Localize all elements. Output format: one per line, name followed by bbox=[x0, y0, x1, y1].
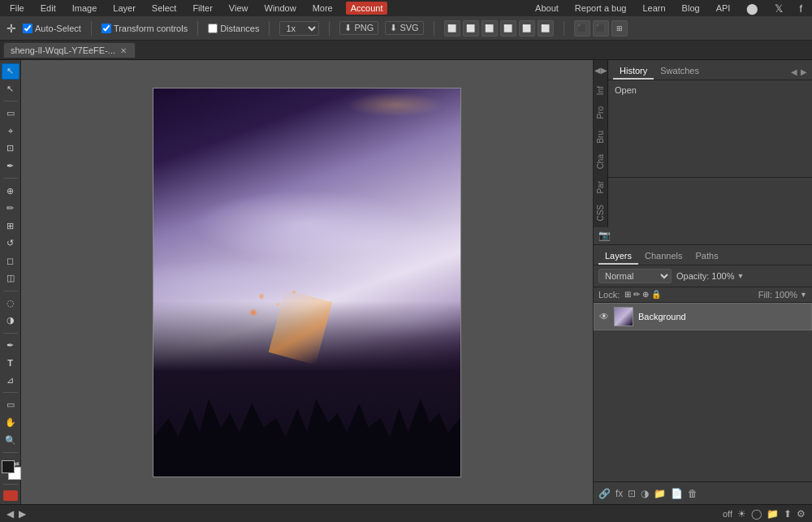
tab-close-button[interactable]: ✕ bbox=[120, 46, 127, 55]
pen-tool[interactable]: ✒ bbox=[2, 338, 19, 354]
history-tab[interactable]: History bbox=[613, 63, 654, 80]
history-brush-tool[interactable]: ↺ bbox=[2, 235, 19, 252]
menu-view[interactable]: View bbox=[226, 2, 252, 15]
menu-window[interactable]: Window bbox=[261, 2, 300, 15]
layer-group-icon[interactable]: 📁 bbox=[654, 488, 666, 499]
social-icon-circle[interactable]: ⬤ bbox=[743, 1, 762, 16]
paths-tab[interactable]: Paths bbox=[689, 248, 725, 265]
menu-api[interactable]: API bbox=[713, 2, 734, 15]
clone-tool[interactable]: ⊞ bbox=[2, 218, 19, 234]
brush-tool[interactable]: ✏ bbox=[2, 201, 19, 217]
eyedropper-tool[interactable]: ✒ bbox=[2, 158, 19, 175]
lasso-tool[interactable]: ⌖ bbox=[2, 123, 19, 140]
select-tool[interactable]: ↖ bbox=[2, 81, 19, 97]
status-icon-folder[interactable]: 📁 bbox=[767, 508, 779, 520]
align-left-icon[interactable]: ⬜ bbox=[444, 20, 460, 37]
status-zoom-off[interactable]: off bbox=[723, 509, 732, 519]
hand-tool[interactable]: ✋ bbox=[2, 415, 19, 431]
menu-file[interactable]: File bbox=[6, 2, 28, 15]
align-center-v-icon[interactable]: ⬜ bbox=[519, 20, 535, 37]
path-tool[interactable]: ⊿ bbox=[2, 373, 19, 389]
menu-account[interactable]: Account bbox=[346, 2, 388, 15]
layer-fx-icon[interactable]: fx bbox=[615, 488, 623, 499]
move-tool[interactable]: ↖ bbox=[2, 63, 19, 80]
social-icon-twitter[interactable]: 𝕏 bbox=[771, 1, 786, 16]
quick-mask-tool[interactable] bbox=[3, 490, 18, 501]
auto-select-checkbox[interactable] bbox=[23, 24, 32, 33]
lock-position-btn[interactable]: ✏ bbox=[633, 290, 640, 299]
canvas-area[interactable] bbox=[21, 60, 593, 504]
zoom-tool[interactable]: 🔍 bbox=[2, 432, 19, 448]
status-icon-circle[interactable]: ◯ bbox=[751, 508, 762, 520]
panel-collapse-icon[interactable]: ◀ bbox=[791, 67, 797, 76]
menu-edit[interactable]: Edit bbox=[37, 2, 59, 15]
layer-new-icon[interactable]: 📄 bbox=[671, 488, 683, 499]
align-center-h-icon[interactable]: ⬜ bbox=[463, 20, 479, 37]
layer-link-icon[interactable]: 🔗 bbox=[598, 488, 611, 499]
collapsed-inf[interactable]: Inf bbox=[596, 84, 605, 97]
eraser-tool[interactable]: ◻ bbox=[2, 253, 19, 270]
layers-tab[interactable]: Layers bbox=[598, 248, 638, 265]
fill-value[interactable]: 100% bbox=[775, 290, 797, 300]
channels-tab[interactable]: Channels bbox=[638, 248, 689, 265]
distances-checkbox[interactable] bbox=[208, 24, 218, 33]
menu-image[interactable]: Image bbox=[69, 2, 101, 15]
distribute-v-icon[interactable]: ⬛ bbox=[593, 20, 609, 37]
zoom-select[interactable]: 1x2x0.5x bbox=[279, 21, 319, 36]
dodge-tool[interactable]: ◑ bbox=[2, 313, 19, 329]
layer-adjust-icon[interactable]: ◑ bbox=[641, 488, 649, 499]
collapsed-par[interactable]: Par bbox=[596, 179, 605, 196]
foreground-color-box[interactable] bbox=[2, 460, 15, 473]
layer-mask-icon[interactable]: ⊡ bbox=[628, 488, 636, 499]
menu-more[interactable]: More bbox=[309, 2, 336, 15]
collapsed-cha[interactable]: Cha bbox=[596, 152, 605, 171]
collapsed-css[interactable]: CSS bbox=[596, 202, 605, 224]
align-bottom-icon[interactable]: ⬜ bbox=[538, 20, 554, 37]
blend-mode-select[interactable]: Normal MultiplyScreenOverlay bbox=[598, 269, 672, 283]
shape-tool[interactable]: ▭ bbox=[2, 397, 19, 413]
panel-arrow-icon[interactable]: ◀▶ bbox=[594, 63, 607, 77]
transform-controls-label[interactable]: Transform controls bbox=[102, 24, 188, 33]
transform-icon[interactable]: ⊞ bbox=[611, 20, 628, 37]
lock-artboards-btn[interactable]: ⊕ bbox=[642, 290, 649, 299]
crop-tool[interactable]: ⊡ bbox=[2, 140, 19, 157]
opacity-arrow[interactable]: ▼ bbox=[737, 272, 745, 280]
blur-tool[interactable]: ◌ bbox=[2, 296, 19, 312]
history-item-open[interactable]: Open bbox=[611, 84, 809, 97]
layer-delete-icon[interactable]: 🗑 bbox=[688, 488, 698, 499]
lock-pixels-btn[interactable]: ⊞ bbox=[624, 290, 631, 299]
auto-select-label[interactable]: Auto-Select bbox=[23, 24, 81, 33]
png-button[interactable]: ⬇ PNG bbox=[339, 21, 378, 35]
collapsed-pro[interactable]: Pro bbox=[596, 104, 605, 122]
opacity-value[interactable]: 100% bbox=[711, 271, 734, 281]
new-snapshot-icon[interactable]: 📷 bbox=[598, 230, 611, 241]
menu-layer[interactable]: Layer bbox=[110, 2, 139, 15]
document-tab[interactable]: sheng-lI-WqqL-Y7EeFE-... ✕ bbox=[3, 42, 136, 58]
distances-label[interactable]: Distances bbox=[208, 24, 259, 33]
type-tool[interactable]: T bbox=[2, 355, 19, 371]
gradient-tool[interactable]: ◫ bbox=[2, 270, 19, 287]
menu-blog[interactable]: Blog bbox=[679, 2, 703, 15]
swatches-tab[interactable]: Swatches bbox=[654, 63, 706, 80]
align-right-icon[interactable]: ⬜ bbox=[482, 20, 498, 37]
status-arrow-right[interactable]: ▶ bbox=[19, 508, 26, 520]
transform-controls-checkbox[interactable] bbox=[102, 24, 111, 33]
status-arrow-left[interactable]: ◀ bbox=[6, 508, 14, 520]
distribute-h-icon[interactable]: ⬛ bbox=[574, 20, 590, 37]
fill-arrow[interactable]: ▼ bbox=[800, 291, 807, 299]
collapsed-bru[interactable]: Bru bbox=[596, 128, 605, 146]
panel-menu-icon[interactable]: ▶ bbox=[801, 67, 807, 76]
status-icon-share[interactable]: ⬆ bbox=[784, 508, 792, 520]
align-top-icon[interactable]: ⬜ bbox=[500, 20, 516, 37]
heal-tool[interactable]: ⊕ bbox=[2, 183, 19, 199]
layer-visibility-icon[interactable]: 👁 bbox=[599, 311, 609, 322]
menu-select[interactable]: Select bbox=[149, 2, 180, 15]
rectangle-tool[interactable]: ▭ bbox=[2, 106, 19, 122]
menu-learn[interactable]: Learn bbox=[639, 2, 668, 15]
status-icon-sun[interactable]: ☀ bbox=[737, 508, 746, 520]
menu-about[interactable]: About bbox=[532, 2, 562, 15]
lock-all-btn[interactable]: 🔒 bbox=[651, 290, 661, 299]
status-icon-settings[interactable]: ⚙ bbox=[797, 508, 806, 520]
svg-button[interactable]: ⬇ SVG bbox=[385, 21, 423, 35]
layer-item[interactable]: 👁 Background bbox=[594, 303, 812, 330]
